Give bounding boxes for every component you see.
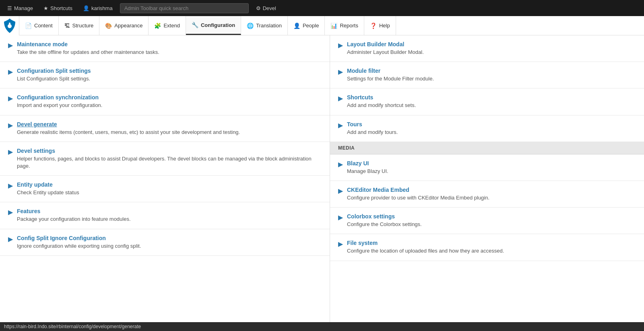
config-split-link[interactable]: Configuration Split settings: [17, 68, 91, 74]
colorbox-link[interactable]: Colorbox settings: [347, 213, 395, 220]
nav-item-translation[interactable]: 🌐 Translation: [241, 16, 288, 35]
arrow-icon-features[interactable]: ▶: [8, 208, 13, 216]
features-desc: Package your configuration into feature …: [17, 216, 322, 223]
file-system-link[interactable]: File system: [347, 240, 378, 246]
user-label: karishma: [91, 5, 113, 11]
devel-settings-link[interactable]: Devel settings: [17, 148, 55, 154]
list-item: ▶ Configuration Split settings List Conf…: [0, 62, 330, 88]
maintenance-mode-link[interactable]: Maintenance mode: [17, 41, 68, 47]
arrow-icon-layout-builder[interactable]: ▶: [338, 41, 343, 49]
blazy-desc: Manage Blazy UI.: [347, 168, 636, 175]
devel-generate-link[interactable]: Devel generate: [17, 121, 57, 127]
nav-bar: 📄 Content 🏗 Structure 🎨 Appearance 🧩 Ext…: [0, 16, 644, 35]
arrow-icon-module-filter[interactable]: ▶: [338, 68, 343, 76]
manage-button[interactable]: ☰ Manage: [4, 0, 36, 16]
devel-settings-desc: Helper functions, pages, and blocks to a…: [17, 155, 322, 170]
right-column: ▶ Layout Builder Modal Administer Layout…: [330, 35, 644, 331]
nav-item-reports[interactable]: 📊 Reports: [325, 16, 364, 35]
config-split-ignore-content: Config Split Ignore Configuration Ignore…: [17, 235, 322, 250]
nav-item-configuration[interactable]: 🔧 Configuration: [186, 16, 241, 35]
nav-item-extend[interactable]: 🧩 Extend: [149, 16, 186, 35]
arrow-icon-config-split-ignore[interactable]: ▶: [8, 235, 13, 243]
admin-toolbar: ☰ Manage ★ Shortcuts 👤 karishma ⚙ Devel: [0, 0, 644, 16]
shortcuts-desc: Add and modify shortcut sets.: [347, 102, 636, 109]
nav-item-people[interactable]: 👤 People: [288, 16, 325, 35]
status-url: https://rain-bird.Indo.site/rbinternal/c…: [4, 324, 141, 329]
nav-item-structure[interactable]: 🏗 Structure: [59, 16, 100, 35]
list-item: ▶ CKEditor Media Embed Configure provide…: [330, 181, 644, 208]
devel-button[interactable]: ⚙ Devel: [253, 0, 279, 16]
nav-label-reports: Reports: [340, 23, 358, 29]
file-system-desc: Configure the location of uploaded files…: [347, 247, 636, 255]
arrow-icon-ckeditor[interactable]: ▶: [338, 187, 343, 195]
user-button[interactable]: 👤 karishma: [80, 0, 116, 16]
status-bar: https://rain-bird.Indo.site/rbinternal/c…: [0, 322, 644, 331]
arrow-icon-shortcuts[interactable]: ▶: [338, 95, 343, 102]
structure-icon: 🏗: [64, 23, 70, 29]
module-filter-desc: Settings for the Module Filter module.: [347, 75, 636, 82]
ckeditor-content: CKEditor Media Embed Configure provider …: [347, 187, 636, 201]
shortcuts-toolbar-button[interactable]: ★ Shortcuts: [40, 0, 76, 16]
layout-builder-desc: Administer Layout Builder Modal.: [347, 49, 636, 56]
nav-item-appearance[interactable]: 🎨 Appearance: [99, 16, 149, 35]
entity-update-desc: Check Entity update status: [17, 189, 322, 196]
entity-update-content: Entity update Check Entity update status: [17, 181, 322, 196]
configuration-icon: 🔧: [192, 22, 198, 28]
list-item: ▶ Configuration synchronization Import a…: [0, 88, 330, 115]
arrow-icon-config-sync[interactable]: ▶: [8, 95, 13, 102]
arrow-icon-maintenance[interactable]: ▶: [8, 41, 13, 49]
nav-label-appearance: Appearance: [114, 23, 142, 29]
list-item: ▶ Colorbox settings Configure the Colorb…: [330, 208, 644, 234]
arrow-icon-tours[interactable]: ▶: [338, 121, 343, 129]
colorbox-desc: Configure the Colorbox settings.: [347, 221, 636, 228]
entity-update-link[interactable]: Entity update: [17, 181, 53, 188]
main-content: ▶ Maintenance mode Take the site offline…: [0, 35, 644, 331]
arrow-icon-file-system[interactable]: ▶: [338, 240, 343, 248]
shortcuts-link[interactable]: Shortcuts: [347, 94, 373, 101]
blazy-link[interactable]: Blazy UI: [347, 160, 369, 167]
config-split-desc: List Configuration Split settings.: [17, 75, 322, 82]
tours-content: Tours Add and modify tours.: [347, 121, 636, 136]
arrow-icon-entity-update[interactable]: ▶: [8, 182, 13, 189]
list-item: ▶ Shortcuts Add and modify shortcut sets…: [330, 88, 644, 115]
list-item: ▶ Module filter Settings for the Module …: [330, 62, 644, 88]
arrow-icon-config-split[interactable]: ▶: [8, 68, 13, 76]
devel-label: Devel: [263, 5, 276, 11]
arrow-icon-blazy[interactable]: ▶: [338, 160, 343, 168]
svg-rect-1: [9, 23, 10, 26]
star-icon: ★: [43, 5, 48, 11]
maintenance-mode-desc: Take the site offline for updates and ot…: [17, 49, 322, 56]
list-item: ▶ Layout Builder Modal Administer Layout…: [330, 35, 644, 62]
ckeditor-desc: Configure provider to use with CKEditor …: [347, 194, 636, 201]
devel-generate-desc: Generate realistic items (content, users…: [17, 129, 322, 136]
config-split-ignore-link[interactable]: Config Split Ignore Configuration: [17, 235, 106, 241]
config-sync-link[interactable]: Configuration synchronization: [17, 94, 99, 101]
main-nav: 📄 Content 🏗 Structure 🎨 Appearance 🧩 Ext…: [19, 16, 644, 35]
translation-icon: 🌐: [247, 23, 254, 29]
gear-icon: ⚙: [256, 5, 261, 11]
nav-item-content[interactable]: 📄 Content: [19, 16, 59, 35]
tours-link[interactable]: Tours: [347, 121, 362, 127]
devel-settings-content: Devel settings Helper functions, pages, …: [17, 148, 322, 170]
layout-builder-link[interactable]: Layout Builder Modal: [347, 41, 404, 47]
nav-label-people: People: [303, 23, 319, 29]
manage-label: Manage: [14, 5, 33, 11]
arrow-icon-colorbox[interactable]: ▶: [338, 214, 343, 221]
help-icon: ❓: [370, 23, 377, 29]
list-item: ▶ Devel generate Generate realistic item…: [0, 115, 330, 142]
module-filter-link[interactable]: Module filter: [347, 68, 380, 74]
list-item: ▶ Maintenance mode Take the site offline…: [0, 35, 330, 62]
ckeditor-link[interactable]: CKEditor Media Embed: [347, 187, 409, 193]
module-filter-content: Module filter Settings for the Module Fi…: [347, 68, 636, 82]
people-icon: 👤: [293, 23, 300, 29]
arrow-icon-devel-generate[interactable]: ▶: [8, 121, 13, 129]
nav-item-help[interactable]: ❓ Help: [364, 16, 396, 35]
search-input[interactable]: [120, 3, 249, 13]
arrow-icon-devel-settings[interactable]: ▶: [8, 148, 13, 156]
nav-label-translation: Translation: [256, 23, 282, 29]
features-link[interactable]: Features: [17, 208, 40, 214]
blazy-content: Blazy UI Manage Blazy UI.: [347, 160, 636, 175]
drupal-logo[interactable]: [0, 16, 19, 35]
nav-label-structure: Structure: [72, 23, 94, 29]
colorbox-content: Colorbox settings Configure the Colorbox…: [347, 213, 636, 228]
